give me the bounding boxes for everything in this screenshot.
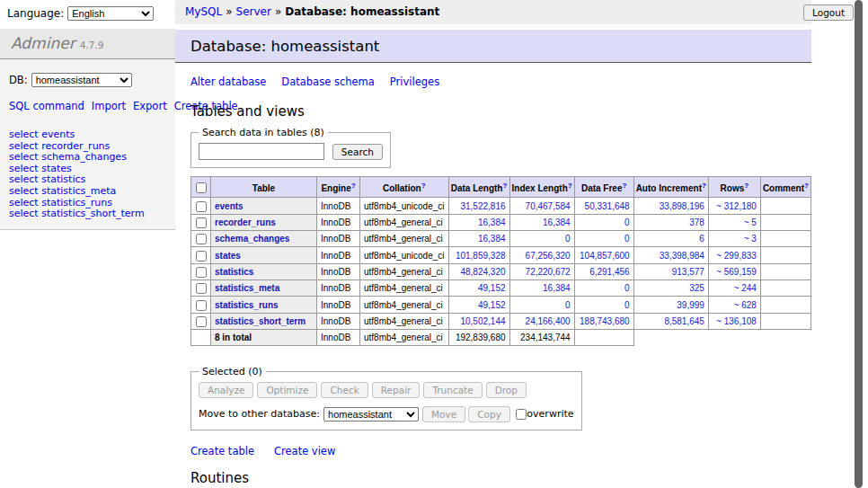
row-checkbox[interactable] [196,283,207,294]
table-name-link[interactable]: statistics [215,267,253,277]
row-checkbox[interactable] [196,234,207,244]
selected-action-button[interactable]: Truncate [423,382,482,398]
auto-increment-link[interactable]: 33,398,984 [660,251,704,261]
sidebar-table-link[interactable]: select schema_changes [9,152,166,164]
index-length-link[interactable]: 0 [565,300,571,310]
data-free-link[interactable]: 50,331,648 [585,201,630,211]
index-length-link[interactable]: 67,256,320 [526,251,571,261]
index-length-link[interactable]: 72,220,672 [526,267,571,277]
database-action-link[interactable]: Database schema [281,75,374,88]
table-name-link[interactable]: events [215,201,244,211]
rows-count-link[interactable]: ~ 628 [734,300,757,310]
data-free-link[interactable]: 0 [624,283,630,293]
selected-action-button[interactable]: Optimize [257,382,317,398]
table-name-link[interactable]: statistics_short_term [215,316,306,326]
row-checkbox[interactable] [196,251,207,262]
auto-increment-link[interactable]: 913,577 [672,267,704,277]
rows-count-link[interactable]: ~ 569,159 [716,267,757,277]
database-action-link[interactable]: Alter database [190,75,266,88]
overwrite-label[interactable]: overwrite [527,408,573,420]
index-length-link[interactable]: 70,467,584 [526,201,571,211]
index-length-link[interactable]: 24,166,400 [526,316,571,326]
column-help-link[interactable]: ? [351,182,356,190]
create-link[interactable]: Create view [274,445,335,457]
table-name-link[interactable]: schema_changes [215,234,289,244]
search-input[interactable] [199,143,324,160]
sidebar-table-link[interactable]: select events [9,129,166,141]
language-select[interactable]: English [67,6,154,21]
sidebar-table-link[interactable]: select statistics_short_term [9,209,166,220]
selected-action-button[interactable]: Drop [486,382,527,398]
selected-action-button[interactable]: Repair [372,382,421,398]
move-button[interactable]: Move [422,406,465,422]
selected-action-button[interactable]: Analyze [199,382,253,398]
rows-count-link[interactable]: ~ 299,833 [716,251,757,261]
index-length-link[interactable]: 16,384 [543,217,571,227]
auto-increment-link[interactable]: 378 [689,217,704,227]
data-length-link[interactable]: 16,384 [478,234,506,244]
data-free-link[interactable]: 0 [624,234,630,244]
row-checkbox[interactable] [196,201,207,212]
column-help-link[interactable]: ? [702,182,706,190]
auto-increment-link[interactable]: 39,999 [677,300,704,310]
search-button[interactable]: Search [332,144,383,160]
sidebar-action-link[interactable]: Export [133,100,167,112]
move-db-select[interactable]: homeassistant [323,407,419,421]
scrollbar-thumb[interactable] [855,0,863,488]
rows-count-link[interactable]: ~ 3 [744,234,757,244]
data-free-link[interactable]: 6,291,456 [589,267,630,277]
column-help-link[interactable]: ? [804,182,809,190]
row-checkbox[interactable] [196,267,207,278]
table-name-link[interactable]: statistics_runs [215,300,279,310]
index-length-link[interactable]: 16,384 [543,283,571,293]
overwrite-checkbox[interactable] [516,409,527,420]
table-name-link[interactable]: recorder_runs [215,217,276,227]
row-checkbox[interactable] [196,217,207,228]
column-help-link[interactable]: ? [421,182,426,190]
data-length-link[interactable]: 49,152 [478,283,506,293]
column-help-link[interactable]: ? [568,182,572,190]
row-checkbox[interactable] [196,300,207,311]
column-help-link[interactable]: ? [502,182,507,190]
logout-button[interactable]: Logout [803,4,854,21]
index-length-link[interactable]: 0 [565,234,571,244]
data-free-link[interactable]: 104,857,600 [580,251,630,261]
column-header: Data Length? [448,177,509,198]
db-select[interactable]: homeassistant [31,73,132,87]
breadcrumb-server-link[interactable]: Server [236,5,271,18]
database-action-link[interactable]: Privileges [390,75,439,88]
data-length-link[interactable]: 101,859,328 [456,251,506,261]
rows-count-link[interactable]: ~ 136,108 [716,316,757,326]
auto-increment-link[interactable]: 33,898,196 [660,201,704,211]
data-free-link[interactable]: 188,743,680 [580,316,630,326]
data-free-link[interactable]: 0 [624,300,630,310]
rows-count-link[interactable]: ~ 5 [744,217,757,227]
scrollbar-track[interactable] [854,0,868,488]
sidebar-action-link[interactable]: Import [92,100,126,112]
column-help-link[interactable]: ? [744,182,748,190]
sidebar-action-link[interactable]: SQL command [9,100,84,112]
copy-button[interactable]: Copy [468,406,510,422]
data-length-link[interactable]: 16,384 [478,217,506,227]
auto-increment-link[interactable]: 325 [689,283,704,293]
breadcrumb-mysql-link[interactable]: MySQL [185,5,222,18]
data-length-link[interactable]: 48,824,320 [460,267,505,277]
data-length-link[interactable]: 31,522,816 [460,201,505,211]
rows-count-link[interactable]: ~ 312,180 [716,201,757,211]
rows-count-link[interactable]: ~ 244 [734,283,757,293]
sidebar-table-link[interactable]: select statistics_meta [9,186,166,198]
create-link[interactable]: Create table [190,445,254,457]
table-name-link[interactable]: states [215,251,241,261]
select-all-checkbox[interactable] [196,182,207,193]
auto-increment-link[interactable]: 8,581,645 [664,316,704,326]
row-checkbox[interactable] [196,316,207,327]
collation-cell: utf8mb4_general_ci [360,263,449,279]
table-name-link[interactable]: statistics_meta [215,283,279,293]
selected-action-button[interactable]: Check [321,382,368,398]
column-help-link[interactable]: ? [622,182,626,190]
data-length-link[interactable]: 10,502,144 [460,316,505,326]
data-length-link[interactable]: 49,152 [478,300,506,310]
data-free-link[interactable]: 0 [624,217,630,227]
page-title: Database: homeassistant [175,30,811,63]
auto-increment-link[interactable]: 6 [699,234,704,244]
